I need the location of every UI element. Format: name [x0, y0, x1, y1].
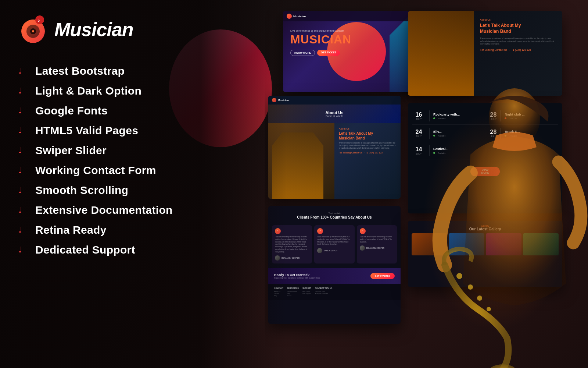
footer-col-title: SUPPORT: [302, 287, 311, 289]
music-note-icon: ♩: [18, 185, 29, 195]
logo-area: ♪ Musician: [18, 15, 268, 44]
footer-link: All Rights Reserved: [315, 293, 332, 294]
footer-link: Help Center: [302, 290, 311, 292]
about2-desc: There are many variations of passages of…: [480, 37, 556, 46]
svg-text:♪: ♪: [37, 17, 40, 23]
music-note-icon: ♩: [18, 166, 29, 175]
music-note-icon: ♩: [18, 106, 29, 116]
feature-item: ♩ HTML5 Valid Pages: [18, 122, 268, 139]
svg-point-9: [468, 284, 473, 290]
testimonial-name: BENJAMIN COOPER: [366, 247, 384, 249]
feature-item: ♩ Dedicated Support: [18, 241, 268, 258]
feature-label: Retina Ready: [35, 224, 107, 236]
testimonial-text: I was influenced by the remarkably beaut…: [317, 236, 351, 246]
cta-button[interactable]: GET STARTED: [370, 273, 395, 279]
svg-point-11: [487, 307, 491, 311]
hero-logo-dot: [287, 14, 292, 19]
footer-cols: COMPANY About Us Careers Blog RESOURCES …: [274, 287, 395, 297]
about-header-title: About Us: [326, 110, 344, 115]
testimonials-label: Testimonials: [274, 212, 395, 214]
hero-content: Live performance dj and producer from Lo…: [290, 29, 351, 56]
about-label: About Us: [339, 127, 396, 130]
hero-buttons: KNOW MORE GET TICKET: [290, 50, 351, 56]
feature-item: ♩ Latest Bootstrap: [18, 63, 268, 79]
hero-subtitle: Live performance dj and producer from Lo…: [290, 29, 351, 32]
left-panel: ♪ Musician ♩ Latest Bootstrap ♩ Light & …: [0, 0, 287, 368]
about2-title: Let's Talk About My Musician Band: [480, 23, 556, 34]
footer-link: Copyright 2023: [315, 290, 332, 292]
feature-label: Smooth Scrolling: [35, 184, 128, 197]
svg-point-10: [477, 296, 482, 301]
testimonial-author: BENJAMIN COOPER: [360, 245, 394, 251]
footer-link: Documentation: [287, 290, 299, 292]
testimonials-cards: " I was influenced by the remarkably bea…: [268, 222, 401, 266]
footer-link: Live Support: [302, 293, 311, 294]
quote-icon: ": [360, 228, 366, 234]
right-panel: Musician Live performance dj and produce…: [265, 0, 588, 368]
hero-logo-text: Musician: [293, 15, 306, 18]
feature-item: ♩ Extensive Documentation: [18, 202, 268, 219]
about-text: About Us Let's Talk About My Musician Ba…: [334, 123, 401, 199]
svg-point-7: [490, 364, 516, 368]
quote-icon: ": [317, 228, 323, 234]
about-title: Let's Talk About My Musician Band: [339, 131, 396, 141]
music-note-icon: ♩: [18, 245, 29, 255]
footer-col: RESOURCES Documentation Help Forum: [287, 287, 299, 297]
hero-logo: Musician: [287, 14, 306, 19]
music-note-icon: ♩: [18, 126, 29, 135]
svg-point-3: [32, 30, 34, 32]
feature-label: Working Contact Form: [35, 164, 156, 177]
feature-item: ♩ Google Fonts: [18, 102, 268, 119]
feature-item: ♩ Swiper Slider: [18, 142, 268, 159]
features-list: ♩ Latest Bootstrap ♩ Light & Dark Option…: [18, 63, 268, 258]
footer-col-title: CONNECT WITH US: [315, 287, 332, 289]
screenshot-testimonials: Testimonials Clients From 100+ Countries…: [268, 206, 401, 324]
feature-label: Swiper Slider: [35, 144, 107, 157]
feature-item: ♩ Light & Dark Option: [18, 82, 268, 99]
footer-col-title: RESOURCES: [287, 287, 299, 289]
footer-link: Help: [287, 293, 299, 294]
testimonial-author: JANE COOPER: [317, 248, 351, 253]
know-more-btn[interactable]: KNOW MORE: [290, 50, 315, 56]
music-note-icon: ♩: [18, 146, 29, 155]
feature-item: ♩ Working Contact Form: [18, 162, 268, 179]
testimonials-title: Clients From 100+ Countries Say About Us: [274, 215, 395, 219]
testimonial-avatar: [317, 248, 322, 253]
footer-link: Forum: [287, 295, 299, 297]
testimonials-cta: Ready To Get Started? Supporting your cu…: [268, 268, 401, 284]
about2-contact: For Booking Contact Us → +1 (234) 123 12…: [480, 49, 556, 51]
feature-label: Latest Bootstrap: [35, 65, 125, 77]
testimonial-card: " I was influenced by the remarkably bea…: [357, 225, 397, 263]
brand-name: Musician: [54, 18, 133, 40]
svg-point-8: [456, 273, 462, 279]
about-content: About Us Let's Talk About My Musician Ba…: [268, 123, 401, 199]
testimonial-text: I was influenced by the remarkably beaut…: [360, 236, 394, 243]
feature-label: Google Fonts: [35, 105, 108, 117]
testimonial-avatar: [360, 245, 365, 251]
testimonials-footer: COMPANY About Us Careers Blog RESOURCES …: [268, 284, 401, 300]
testimonial-card: " I was influenced by the remarkably bea…: [314, 225, 354, 263]
about-header: About Us Some of Words: [268, 105, 401, 123]
feature-item: ♩ Smooth Scrolling: [18, 182, 268, 199]
screenshot-about: Musician About Us Some of Words About Us…: [268, 96, 401, 199]
feature-item: ♩ Retina Ready: [18, 222, 268, 238]
logo-icon: ♪: [18, 15, 48, 44]
music-note-icon: ♩: [18, 86, 29, 96]
about-header-sub: Some of Words: [326, 115, 344, 117]
footer-col: SUPPORT Help Center Live Support: [302, 287, 311, 297]
testimonial-name: JANE COOPER: [324, 250, 337, 252]
about-nav: Musician: [268, 96, 401, 105]
footer-col: CONNECT WITH US Copyright 2023 All Right…: [315, 287, 332, 297]
get-ticket-btn[interactable]: GET TICKET: [317, 50, 340, 56]
about2-label: About Us: [480, 18, 556, 21]
musician-right: [393, 63, 588, 368]
hero-title: MUSICIAN: [290, 33, 351, 45]
music-note-icon: ♩: [18, 66, 29, 76]
feature-label: Light & Dark Option: [35, 85, 141, 97]
music-note-icon: ♩: [18, 205, 29, 215]
testimonials-header: Testimonials Clients From 100+ Countries…: [268, 206, 401, 222]
feature-label: Dedicated Support: [35, 244, 135, 256]
about-contact: For Booking Contact Us → +1 (234) 123 12…: [339, 152, 396, 154]
feature-label: Extensive Documentation: [35, 204, 173, 216]
feature-label: HTML5 Valid Pages: [35, 124, 138, 137]
